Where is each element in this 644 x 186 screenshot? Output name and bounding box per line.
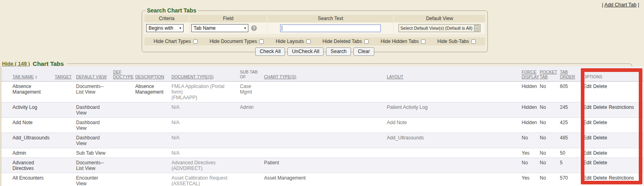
sort-icon[interactable]: ↕ (35, 74, 37, 79)
delete-link[interactable]: Delete (593, 120, 607, 125)
delete-link[interactable]: Delete (593, 135, 607, 141)
cell-description (135, 133, 171, 148)
cell-options: EditDeleteRestrictions (583, 102, 643, 117)
add-chart-tab-link[interactable]: Add Chart Tab (605, 2, 637, 8)
cell-target (55, 173, 76, 186)
cell-chart_types: Asset Management (264, 173, 387, 186)
column-header-label[interactable]: DEF DOCTYPE (113, 69, 134, 79)
column-header-label[interactable]: TAB ORDER (560, 69, 575, 79)
column-header-document_types[interactable]: DOCUMENT TYPE(S) (171, 74, 240, 79)
search-text-input[interactable] (280, 25, 381, 32)
table-header-row: TAB NAME↕TARGETDEFAULT VIEWDEF DOCTYPEDE… (1, 66, 643, 82)
column-header-label[interactable]: FORCE DISPLAY (522, 69, 539, 79)
cell-layout: Add_Ultrasounds (387, 133, 522, 148)
cell-layout (387, 173, 522, 186)
cell-force_display: Yes (522, 148, 540, 157)
filter-label: Hide Chart Types (154, 39, 191, 44)
chevron-down-icon: ▼ (179, 27, 182, 30)
criteria-select[interactable]: Begins with▼ (146, 24, 184, 32)
hide-filters-band: Hide Chart Types Hide Document Types Hid… (144, 37, 485, 45)
search-controls-row: Begins with▼ Tab Name▼ ? Select Default … (144, 22, 485, 34)
table-body: Absence ManagementDocuments-- List ViewA… (1, 82, 643, 186)
column-header-layout[interactable]: LAYOUT (387, 74, 522, 79)
delete-link[interactable]: Delete (593, 84, 607, 89)
cell-document_types: FMLA Application (Portal form) (FMLAAPP) (171, 82, 240, 102)
column-header-description[interactable]: DESCRIPTION (135, 74, 171, 79)
hide-hidden-tabs-checkbox[interactable] (421, 39, 425, 44)
hide-results-link[interactable]: Hide ( 149 ) (2, 61, 30, 67)
hide-chart-types-checkbox[interactable] (193, 39, 198, 44)
cell-default_view: Dashboard View (76, 133, 113, 148)
help-icon[interactable]: ? (251, 25, 257, 31)
check-all-button[interactable]: Check All (255, 47, 285, 56)
cell-sub_tab_of: Admin (240, 102, 264, 117)
hide-layouts-checkbox[interactable] (306, 39, 311, 44)
column-header-target[interactable]: TARGET (55, 74, 76, 79)
table-row: Add NoteDashboard ViewN/AAdd NoteHiddenN… (1, 118, 643, 133)
cell-tab_name: All Encounters (12, 173, 55, 186)
text-caret (282, 26, 282, 31)
cell-pocket_tab: No (540, 102, 560, 117)
field-select[interactable]: Tab Name▼ (191, 24, 248, 32)
column-header-label[interactable]: DESCRIPTION (135, 74, 164, 79)
column-header-label[interactable]: TARGET (55, 74, 72, 79)
filter-hide-hidden-tabs: Hide Hidden Tabs (381, 39, 426, 44)
edit-link[interactable]: Edit (583, 175, 592, 181)
column-header-label[interactable]: LAYOUT (387, 74, 403, 79)
cell-force_display: No (522, 133, 540, 148)
column-header-chart_types[interactable]: CHART TYPE(S) (264, 74, 387, 79)
edit-link[interactable]: Edit (583, 120, 592, 125)
ellipsis-more-button[interactable]: ... (474, 25, 480, 31)
edit-link[interactable]: Edit (583, 150, 592, 156)
cell-sub_tab_of: Case Mgmt (240, 82, 264, 102)
edit-link[interactable]: Edit (583, 135, 592, 141)
hide-deleted-tabs-checkbox[interactable] (364, 39, 369, 44)
column-header-force_display[interactable]: FORCE DISPLAY (522, 69, 540, 79)
delete-link[interactable]: Delete (593, 104, 607, 110)
clear-button[interactable]: Clear (353, 47, 374, 56)
column-header-def_doctype[interactable]: DEF DOCTYPE (113, 69, 135, 79)
delete-link[interactable]: Delete (593, 175, 607, 181)
restrictions-link[interactable]: Restrictions (609, 175, 634, 181)
cell-tab_order: 245 (560, 102, 583, 117)
separator-right: | (638, 2, 639, 8)
separator-left: | (602, 2, 603, 8)
hide-sub-tabs-checkbox[interactable] (471, 39, 476, 44)
uncheck-all-button[interactable]: UnCheck All (287, 47, 324, 56)
cell-document_types: N/A (171, 118, 240, 133)
cell-tab_order: 570 (560, 173, 583, 186)
default-view-selector-button[interactable]: Select Default View(s) (Default is All).… (398, 24, 481, 32)
cell-description (135, 102, 171, 117)
cell-tab_name: Admin (12, 148, 55, 157)
edit-link[interactable]: Edit (583, 160, 592, 166)
cell-default_view: Dashboard View (76, 102, 113, 117)
column-header-label[interactable]: DEFAULT VIEW (76, 74, 107, 79)
delete-link[interactable]: Delete (593, 150, 607, 156)
column-header-default_view[interactable]: DEFAULT VIEW (76, 74, 113, 79)
filter-label: Hide Deleted Tabs (322, 39, 362, 44)
column-header-sub_tab_of: SUB TAB OF (240, 69, 264, 79)
restrictions-link[interactable]: Restrictions (609, 104, 634, 110)
column-header-pocket_tab[interactable]: POCKET TAB (540, 69, 560, 79)
add-chart-tab-bar: | Add Chart Tab | (602, 2, 639, 8)
hide-document-types-checkbox[interactable] (259, 39, 264, 44)
cell-chart_types (264, 133, 387, 148)
column-header-label[interactable]: CHART TYPE(S) (264, 74, 296, 79)
delete-link[interactable]: Delete (593, 160, 607, 166)
column-header-tab_order[interactable]: TAB ORDER (560, 69, 583, 79)
cell-options: EditDelete (583, 118, 643, 133)
column-header-label[interactable]: DOCUMENT TYPE(S) (171, 74, 214, 79)
cell-def_doctype (113, 133, 135, 148)
filter-hide-deleted-tabs: Hide Deleted Tabs (322, 39, 369, 44)
column-header-label[interactable]: TAB NAME (12, 74, 34, 79)
column-header-label[interactable]: POCKET TAB (540, 69, 557, 79)
edit-link[interactable]: Edit (583, 104, 592, 110)
search-button[interactable]: Search (326, 47, 351, 56)
cell-document_types: Asset Calibration Request (ASSETCAL) Ass… (171, 173, 240, 186)
cell-tab_order: 485 (560, 133, 583, 148)
cell-def_doctype (113, 158, 135, 173)
filter-hide-document-types: Hide Document Types (210, 39, 264, 44)
column-header-tab_name[interactable]: TAB NAME↕ (12, 74, 55, 79)
edit-link[interactable]: Edit (583, 84, 592, 89)
cell-document_types: N/A (171, 148, 240, 157)
